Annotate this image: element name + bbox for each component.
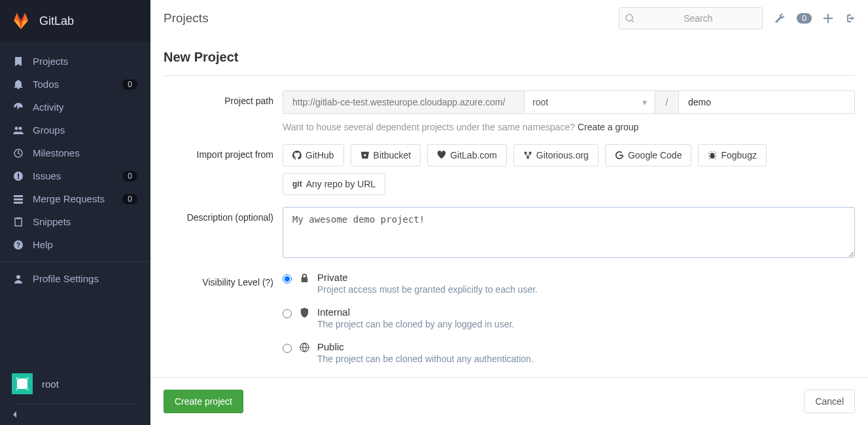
- gitlab-logo-icon: [12, 12, 30, 30]
- cancel-button[interactable]: Cancel: [804, 390, 855, 413]
- sidebar-item-label: Snippets: [33, 216, 137, 227]
- sidebar: GitLab Projects Todos 0 Activity Groups …: [0, 0, 150, 425]
- create-project-button[interactable]: Create project: [164, 390, 243, 413]
- user-icon: [13, 274, 24, 284]
- svg-rect-7: [14, 198, 23, 200]
- lock-icon: [300, 273, 309, 283]
- visibility-desc: Project access must be granted explicitl…: [317, 284, 538, 295]
- sidebar-item-label: Activity: [33, 102, 137, 113]
- sidebar-item-label: Profile Settings: [33, 273, 137, 284]
- visibility-option-internal[interactable]: Internal The project can be cloned by an…: [283, 306, 855, 329]
- label-description: Description (optional): [164, 207, 283, 260]
- sidebar-item-todos[interactable]: Todos 0: [0, 73, 150, 96]
- todos-pill[interactable]: 0: [797, 13, 812, 24]
- sidebar-item-milestones[interactable]: Milestones: [0, 141, 150, 164]
- sidebar-item-label: Issues: [33, 170, 122, 181]
- sidebar-item-help[interactable]: ? Help: [0, 233, 150, 256]
- sidebar-item-label: Projects: [33, 56, 137, 67]
- description-textarea[interactable]: [283, 207, 855, 258]
- visibility-radio-public[interactable]: [283, 344, 292, 353]
- namespace-value: root: [532, 97, 548, 107]
- import-gitorious-button[interactable]: Gitorious.org: [513, 144, 599, 166]
- exclamation-icon: [13, 171, 24, 181]
- svg-point-23: [710, 153, 715, 159]
- username: root: [42, 379, 59, 390]
- label-project-path: Project path: [164, 90, 283, 132]
- plus-icon[interactable]: [824, 14, 833, 23]
- svg-rect-9: [15, 218, 22, 226]
- svg-text:?: ?: [16, 242, 20, 249]
- project-name-input[interactable]: [679, 90, 855, 114]
- create-group-link[interactable]: Create a group: [578, 122, 638, 132]
- sidebar-item-activity[interactable]: Activity: [0, 96, 150, 119]
- import-gitlab-button[interactable]: GitLab.com: [427, 144, 507, 166]
- globe-icon: [300, 342, 309, 352]
- sidebar-item-projects[interactable]: Projects: [0, 50, 150, 73]
- new-project-form: Project path http://gitlab-ce-test.weste…: [164, 76, 855, 376]
- wrench-icon[interactable]: [774, 13, 785, 24]
- search-input[interactable]: [619, 7, 763, 29]
- sidebar-header[interactable]: GitLab: [0, 0, 150, 42]
- import-bitbucket-button[interactable]: Bitbucket: [351, 144, 421, 166]
- svg-point-19: [626, 14, 633, 21]
- visibility-option-private[interactable]: Private Project access must be granted e…: [283, 272, 855, 295]
- sidebar-item-label: Groups: [33, 124, 137, 136]
- import-fogbugz-button[interactable]: Fogbugz: [698, 144, 766, 166]
- search-icon: [625, 14, 634, 23]
- bitbucket-icon: [360, 151, 370, 160]
- sidebar-item-label: Merge Requests: [33, 193, 122, 204]
- divider: [0, 261, 150, 262]
- svg-rect-8: [14, 202, 23, 204]
- svg-rect-22: [527, 157, 529, 159]
- github-icon: [292, 151, 302, 160]
- svg-rect-14: [17, 379, 27, 389]
- group-icon: [13, 125, 24, 136]
- signout-icon[interactable]: [844, 13, 855, 24]
- sidebar-footer: root: [0, 364, 150, 425]
- shield-icon: [300, 308, 309, 318]
- question-icon: ?: [13, 240, 24, 250]
- path-separator: /: [655, 90, 679, 114]
- visibility-title: Private: [317, 272, 538, 283]
- svg-point-0: [15, 126, 18, 130]
- visibility-desc: The project can be cloned by any logged …: [317, 319, 514, 329]
- collapse-sidebar-button[interactable]: [12, 403, 139, 425]
- badge: 0: [122, 194, 137, 204]
- sidebar-item-label: Help: [33, 239, 137, 250]
- current-user[interactable]: root: [12, 373, 139, 403]
- svg-rect-21: [529, 152, 532, 155]
- svg-rect-18: [26, 388, 29, 390]
- import-google-code-button[interactable]: Google Code: [605, 144, 692, 166]
- visibility-radio-internal[interactable]: [283, 309, 292, 318]
- svg-rect-4: [18, 174, 19, 177]
- visibility-option-public[interactable]: Public The project can be cloned without…: [283, 341, 855, 364]
- clipboard-icon: [13, 217, 24, 227]
- sidebar-item-profile-settings[interactable]: Profile Settings: [0, 267, 150, 290]
- main: Projects 0 New Project Project path http…: [150, 0, 868, 425]
- topbar-actions: 0: [774, 13, 855, 24]
- page-title: New Project: [164, 50, 855, 76]
- breadcrumb[interactable]: Projects: [164, 11, 209, 26]
- tasks-icon: [13, 194, 24, 204]
- namespace-hint: Want to house several dependent projects…: [283, 122, 855, 132]
- badge: 0: [122, 79, 137, 90]
- visibility-desc: The project can be cloned without any au…: [317, 354, 534, 364]
- import-buttons: GitHub Bitbucket GitLab.com Gitorio: [283, 144, 855, 195]
- heart-icon: [437, 151, 446, 160]
- chevron-left-icon: [12, 411, 17, 418]
- visibility-radio-private[interactable]: [283, 274, 292, 284]
- avatar: [12, 373, 33, 394]
- namespace-select[interactable]: root ▾: [525, 90, 655, 114]
- sidebar-item-merge-requests[interactable]: Merge Requests 0: [0, 187, 150, 210]
- search-wrap: [619, 7, 763, 29]
- sidebar-item-label: Todos: [33, 79, 122, 90]
- sidebar-item-groups[interactable]: Groups: [0, 119, 150, 141]
- import-any-repo-button[interactable]: git Any repo by URL: [283, 173, 385, 195]
- gitorious-icon: [523, 151, 532, 160]
- import-github-button[interactable]: GitHub: [283, 144, 344, 166]
- sidebar-item-snippets[interactable]: Snippets: [0, 210, 150, 233]
- sidebar-item-issues[interactable]: Issues 0: [0, 164, 150, 187]
- label-import-from: Import project from: [164, 144, 283, 195]
- svg-point-1: [19, 126, 22, 130]
- topbar: Projects 0: [150, 0, 868, 37]
